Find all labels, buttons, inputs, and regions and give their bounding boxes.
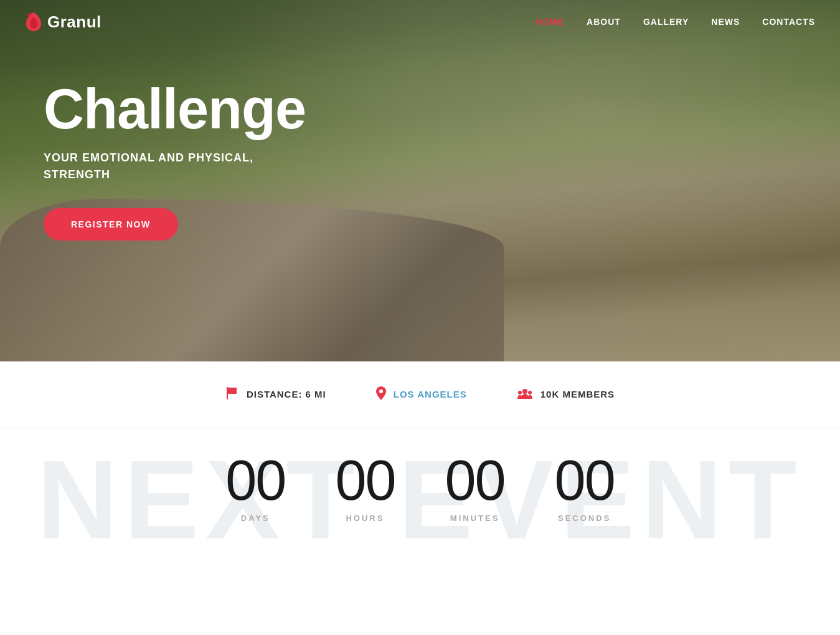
countdown-seconds-label: SECONDS [558,513,611,523]
nav-link-contacts[interactable]: CONTACTS [762,17,815,27]
nav-item-about[interactable]: ABOUT [587,16,621,27]
logo-link[interactable]: Granul [25,11,101,32]
countdown-hours: 00 HOURS [335,452,395,523]
nav-item-contacts[interactable]: CONTACTS [762,16,815,27]
countdown-grid: 00 DAYS 00 HOURS 00 MINUTES 00 SECONDS [0,452,840,523]
countdown-hours-value: 00 [335,452,395,508]
countdown-minutes-value: 00 [445,452,505,508]
nav-links: HOME ABOUT GALLERY NEWS CONTACTS [536,16,815,27]
pin-icon [376,386,386,402]
hero-title: Challenge [44,81,796,137]
hero-section: Granul HOME ABOUT GALLERY NEWS CONTACTS … [0,0,840,361]
countdown-seconds: 00 SECONDS [555,452,615,523]
distance-text: DISTANCE: 6 MI [247,389,326,399]
svg-point-3 [518,391,522,394]
navigation: Granul HOME ABOUT GALLERY NEWS CONTACTS [0,0,840,44]
nav-link-gallery[interactable]: GALLERY [643,17,689,27]
countdown-days: 00 DAYS [225,452,285,523]
nav-link-home[interactable]: HOME [536,17,564,27]
svg-point-1 [379,389,383,393]
countdown-days-label: DAYS [241,513,270,523]
hero-subtitle: YOUR EMOTIONAL AND PHYSICAL, STRENGTH [44,150,796,183]
info-item-location: LOS ANGELES [376,386,467,402]
svg-point-4 [528,391,532,394]
svg-rect-0 [227,387,228,399]
info-item-distance: DISTANCE: 6 MI [225,387,326,401]
nav-item-gallery[interactable]: GALLERY [643,16,689,27]
logo-icon [25,11,42,32]
flag-icon [225,387,239,401]
countdown-minutes-label: MINUTES [450,513,500,523]
register-now-button[interactable]: REGISTER NOW [44,208,178,241]
location-text: LOS ANGELES [394,389,467,399]
countdown-hours-label: HOURS [346,513,384,523]
info-bar: DISTANCE: 6 MI LOS ANGELES 10K MEMBERS [0,361,840,427]
nav-item-news[interactable]: NEWS [711,16,740,27]
info-item-members: 10K MEMBERS [517,387,615,401]
countdown-seconds-value: 00 [555,452,615,508]
logo-text: Granul [47,12,101,32]
countdown-minutes: 00 MINUTES [445,452,505,523]
members-text: 10K MEMBERS [540,389,615,399]
group-icon [517,387,533,401]
nav-link-about[interactable]: ABOUT [587,17,621,27]
countdown-section: NEXT EVENT 00 DAYS 00 HOURS 00 MINUTES 0… [0,427,840,571]
countdown-days-value: 00 [225,452,285,508]
nav-link-news[interactable]: NEWS [711,17,740,27]
svg-point-2 [522,389,527,394]
hero-content: Challenge YOUR EMOTIONAL AND PHYSICAL, S… [0,44,840,278]
nav-item-home[interactable]: HOME [536,16,564,27]
